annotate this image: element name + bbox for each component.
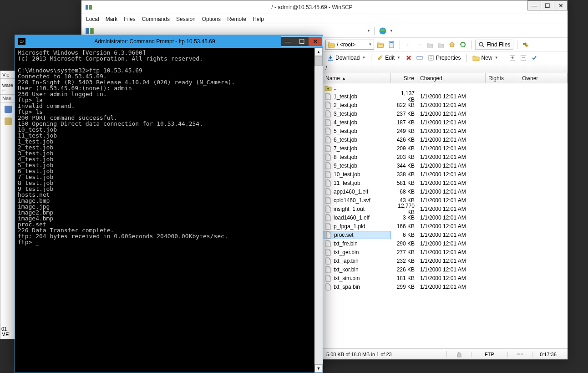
- nav-root-icon[interactable]: [436, 40, 446, 49]
- cmd-close-button[interactable]: ✕: [309, 37, 322, 46]
- file-name: 9_test.job: [334, 163, 357, 169]
- plus-icon[interactable]: [508, 53, 517, 62]
- download-label: Download: [335, 55, 360, 61]
- nav-back-icon[interactable]: ←: [404, 40, 413, 49]
- file-row[interactable]: txt_kor.bin226 KB1/1/2000 12:01 AM: [323, 265, 568, 274]
- new-folder-icon: [472, 55, 480, 61]
- file-row[interactable]: load1460_1.elf3 KB1/1/2000 12:01 AM: [323, 213, 568, 222]
- file-changed: 1/1/2000 12:01 AM: [417, 171, 486, 178]
- menu-files[interactable]: Files: [124, 16, 135, 22]
- parent-dir-row[interactable]: ..: [323, 83, 568, 92]
- remnant-header-ware: ware F: [0, 82, 15, 95]
- menu-commands[interactable]: Commands: [142, 16, 170, 22]
- edit-label: Edit: [385, 55, 395, 61]
- sync-browse-icon[interactable]: [521, 40, 530, 49]
- file-row[interactable]: txt_ger.bin277 KB1/1/2000 12:01 AM: [323, 248, 568, 256]
- file-row[interactable]: 2_test.job822 KB1/1/2000 12:01 AM: [323, 101, 568, 109]
- file-row[interactable]: proc.set6 KB1/1/2000 12:01 AM: [323, 230, 568, 239]
- file-size: 581 KB: [391, 180, 417, 186]
- file-row[interactable]: txt_sim.bin181 KB1/1/2000 12:01 AM: [323, 274, 568, 282]
- file-icon: [324, 145, 332, 152]
- delete-icon[interactable]: [404, 53, 413, 62]
- scroll-up-icon[interactable]: ▲: [314, 48, 323, 56]
- file-size: 203 KB: [391, 154, 417, 160]
- session-tab-icon[interactable]: [85, 26, 94, 36]
- transfer-dropdown-icon[interactable]: ▼: [390, 29, 393, 33]
- session-dropdown-icon[interactable]: ▼: [367, 29, 370, 33]
- file-row[interactable]: 4_test.job187 KB1/1/2000 12:01 AM: [323, 118, 568, 127]
- cmd-minimize-button[interactable]: —: [281, 37, 295, 46]
- col-header-changed[interactable]: Changed: [417, 73, 486, 83]
- winscp-close-button[interactable]: ✕: [554, 0, 568, 10]
- cmd-titlebar[interactable]: C:\ Administrator: Command Prompt - ftp …: [15, 35, 323, 48]
- file-row[interactable]: 9_test.job344 KB1/1/2000 12:01 AM: [323, 161, 568, 170]
- svg-rect-0: [5, 106, 12, 113]
- file-size: 232 KB: [391, 258, 417, 264]
- winscp-maximize-button[interactable]: ☐: [541, 0, 554, 10]
- file-icon: [324, 119, 332, 126]
- col-header-owner[interactable]: Owner: [519, 73, 568, 83]
- file-row[interactable]: insight_1.out12,770 KB1/1/2000 12:01 AM: [323, 204, 568, 213]
- col-header-name[interactable]: Name▲: [323, 73, 391, 83]
- file-row[interactable]: 1_test.job1,137 KB1/1/2000 12:01 AM: [323, 92, 568, 101]
- refresh-icon[interactable]: [458, 40, 467, 49]
- menu-session[interactable]: Session: [176, 16, 196, 22]
- file-row[interactable]: 3_test.job237 KB1/1/2000 12:01 AM: [323, 109, 568, 118]
- svg-rect-18: [457, 354, 461, 357]
- cmd-maximize-button[interactable]: ☐: [295, 37, 309, 46]
- open-folder-icon[interactable]: [376, 40, 385, 49]
- file-size: 249 KB: [391, 128, 417, 134]
- col-header-size[interactable]: Size: [391, 73, 417, 83]
- menu-help[interactable]: Help: [253, 16, 264, 22]
- nav-forward-icon[interactable]: →: [415, 40, 424, 49]
- winscp-title: / - admin@10.53.45.69 - WinSCP: [96, 4, 528, 10]
- svg-rect-2: [86, 5, 88, 10]
- menu-options[interactable]: Options: [202, 16, 221, 22]
- download-button[interactable]: Download ▼: [325, 53, 367, 63]
- minus-icon[interactable]: [519, 53, 528, 62]
- cmd-output[interactable]: Microsoft Windows [Version 6.3.9600] (c)…: [15, 48, 314, 373]
- file-row[interactable]: 8_test.job203 KB1/1/2000 12:01 AM: [323, 153, 568, 161]
- bookmark-icon[interactable]: [387, 40, 396, 49]
- file-size: 209 KB: [391, 145, 417, 152]
- nav-up-icon[interactable]: [426, 40, 435, 49]
- edit-button[interactable]: Edit ▼: [375, 53, 402, 63]
- file-row[interactable]: p_fpga_1.pld166 KB1/1/2000 12:01 AM: [323, 222, 568, 230]
- file-name: 4_test.job: [334, 119, 357, 126]
- file-row[interactable]: 10_test.job338 KB1/1/2000 12:01 AM: [323, 170, 568, 179]
- file-row[interactable]: txt_spa.bin299 KB1/1/2000 12:01 AM: [323, 282, 568, 291]
- menu-local[interactable]: Local: [86, 16, 99, 22]
- rename-icon[interactable]: [415, 53, 424, 62]
- home-icon[interactable]: [447, 40, 456, 49]
- properties-button[interactable]: Properties: [426, 53, 463, 63]
- file-row[interactable]: app1460_1.elf68 KB1/1/2000 12:01 AM: [323, 187, 568, 196]
- winscp-titlebar[interactable]: / - admin@10.53.45.69 - WinSCP — ☐ ✕: [81, 0, 568, 14]
- find-files-button[interactable]: Find Files: [475, 40, 513, 50]
- file-row[interactable]: 6_test.job426 KB1/1/2000 12:01 AM: [323, 135, 568, 144]
- file-row[interactable]: txt_fre.bin290 KB1/1/2000 12:01 AM: [323, 239, 568, 248]
- col-header-rights[interactable]: Rights: [486, 73, 519, 83]
- cmd-scrollbar[interactable]: ▲ ▼: [314, 48, 323, 373]
- file-row[interactable]: 11_test.job581 KB1/1/2000 12:01 AM: [323, 179, 568, 187]
- new-button[interactable]: New ▼: [471, 53, 500, 63]
- file-row[interactable]: txt_jap.bin232 KB1/1/2000 12:01 AM: [323, 256, 568, 265]
- file-size: 226 KB: [391, 266, 417, 273]
- transfer-settings-icon[interactable]: [378, 26, 387, 36]
- file-size: 299 KB: [391, 284, 417, 290]
- remote-file-list[interactable]: .. 1_test.job1,137 KB1/1/2000 12:01 AM2_…: [323, 83, 568, 348]
- file-row[interactable]: 7_test.job209 KB1/1/2000 12:01 AM: [323, 144, 568, 153]
- scroll-down-icon[interactable]: ▼: [314, 364, 323, 373]
- file-row[interactable]: cpld1460_1.svf43 KB1/1/2000 12:01 AM: [323, 196, 568, 204]
- menu-remote[interactable]: Remote: [227, 16, 246, 22]
- winscp-minimize-button[interactable]: —: [527, 0, 541, 10]
- find-files-label: Find Files: [487, 41, 510, 48]
- download-icon: [327, 55, 334, 61]
- status-elapsed: 0:17:36: [532, 352, 564, 357]
- scroll-thumb[interactable]: [314, 56, 323, 66]
- remnant-status-text: 01 ME: [0, 325, 15, 338]
- remote-path-selector[interactable]: / <root> ▼: [325, 40, 374, 50]
- scroll-track[interactable]: [314, 66, 323, 364]
- menu-mark[interactable]: Mark: [106, 16, 118, 22]
- file-row[interactable]: 5_test.job249 KB1/1/2000 12:01 AM: [323, 127, 568, 135]
- check-icon[interactable]: [530, 53, 539, 62]
